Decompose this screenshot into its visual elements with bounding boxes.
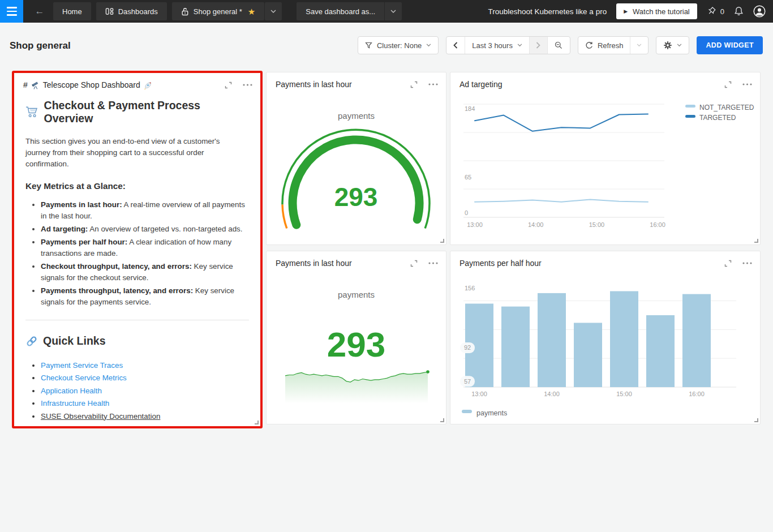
- chevron-down-icon: [426, 44, 431, 47]
- chevron-right-icon: [536, 42, 540, 49]
- refresh-button[interactable]: Refresh: [578, 37, 630, 54]
- save-dashboard-chevron[interactable]: [385, 10, 402, 14]
- divider: [25, 320, 249, 320]
- tab-shop-general[interactable]: Shop general * ★: [172, 2, 264, 20]
- filter-funnel-icon: [365, 42, 372, 49]
- payments-value: 293: [267, 325, 446, 364]
- promo-text: Troubleshoot Kubernetes like a pro: [488, 7, 607, 16]
- svg-text:16:00: 16:00: [689, 391, 705, 397]
- cluster-filter-button[interactable]: Cluster: None: [358, 36, 439, 54]
- chevron-left-icon: [453, 42, 458, 49]
- widget-ad-targeting[interactable]: Ad targeting 18465013:0014:0015:0016:00N…: [450, 72, 761, 245]
- widget-payments-per-half-hour[interactable]: Payments per half hour 156925713:0014:00…: [450, 251, 761, 424]
- link-checkout-service-metrics[interactable]: Checkout Service Metrics: [41, 374, 127, 382]
- expand-widget-icon[interactable]: [724, 260, 732, 267]
- expand-widget-icon[interactable]: [225, 81, 232, 89]
- svg-text:13:00: 13:00: [467, 221, 483, 228]
- link-application-health[interactable]: Application Health: [41, 387, 102, 395]
- tab-home[interactable]: Home: [53, 2, 91, 20]
- list-item: Ad targeting: An overview of targeted vs…: [41, 224, 249, 235]
- expand-widget-icon[interactable]: [724, 81, 732, 88]
- resize-handle[interactable]: [440, 418, 444, 422]
- svg-text:184: 184: [465, 105, 475, 112]
- link-payment-service-traces[interactable]: Payment Service Traces: [41, 361, 123, 370]
- list-item: SUSE Observability Documentation: [41, 410, 249, 423]
- widget-title: Payments in last hour: [276, 80, 352, 89]
- widget-menu-icon[interactable]: [742, 262, 752, 264]
- link-infrastructure-health[interactable]: Infrastructure Health: [41, 399, 109, 407]
- zoom-out-icon: [555, 41, 562, 49]
- overview-intro: This section gives you an end-to-end vie…: [25, 136, 244, 170]
- svg-text:15:00: 15:00: [589, 221, 605, 228]
- svg-text:156: 156: [465, 285, 475, 291]
- refresh-icon: [585, 41, 593, 49]
- svg-text:13:00: 13:00: [471, 391, 487, 397]
- menu-button[interactable]: [0, 0, 23, 23]
- telescope-icon: [31, 81, 40, 89]
- zoom-out-time-button[interactable]: [547, 37, 570, 54]
- list-item: Payment Service Traces: [41, 359, 249, 372]
- play-icon: ▶: [624, 8, 628, 14]
- time-forward-button[interactable]: [529, 37, 547, 54]
- top-navbar: ← Home Dashboards Shop general * ★ Save …: [0, 0, 773, 23]
- markdown-content: Checkout & Payment Process Overview This…: [14, 99, 260, 423]
- widget-title: Payments in last hour: [276, 259, 352, 268]
- pinned-views[interactable]: 0: [707, 7, 724, 16]
- widget-menu-icon[interactable]: [428, 83, 438, 85]
- resize-handle[interactable]: [754, 418, 758, 422]
- widget-payments-gauge[interactable]: Payments in last hour payments 293: [266, 72, 446, 245]
- navbar-right: Troubleshoot Kubernetes like a pro ▶ Wat…: [488, 3, 773, 19]
- svg-text:0: 0: [465, 209, 468, 216]
- svg-text:payments: payments: [476, 409, 507, 417]
- tab-home-label: Home: [62, 7, 82, 16]
- list-item: Payments in last hour: A real-time overv…: [41, 199, 249, 222]
- avatar[interactable]: [753, 5, 766, 18]
- save-dashboard-group: Save dashboard as...: [297, 2, 402, 20]
- chevron-down-icon: [517, 44, 522, 47]
- widget-menu-icon[interactable]: [243, 84, 252, 86]
- svg-text:NOT_TARGETED: NOT_TARGETED: [699, 104, 754, 111]
- time-range-button[interactable]: Last 3 hours: [465, 37, 529, 54]
- list-item: Infrastructure Health: [41, 397, 249, 410]
- svg-text:14:00: 14:00: [528, 221, 544, 228]
- widget-menu-icon[interactable]: [742, 83, 752, 85]
- add-widget-button[interactable]: ADD WIDGET: [697, 36, 763, 54]
- chevron-down-icon: [677, 44, 682, 47]
- tab-dashboards-label: Dashboards: [118, 7, 158, 16]
- payments-bar-chart: 156925713:0014:0015:0016:00payments: [450, 251, 761, 425]
- gear-icon: [663, 41, 672, 50]
- expand-widget-icon[interactable]: [410, 81, 418, 88]
- metric-label: payments: [267, 290, 446, 299]
- notifications-bell-icon[interactable]: [734, 6, 744, 16]
- watch-tutorial-button[interactable]: ▶ Watch the tutorial: [616, 3, 697, 19]
- pin-icon: [707, 7, 716, 16]
- widget-markdown-overview[interactable]: # Telescope Shop Dashboard: [12, 71, 263, 428]
- tab-shop-general-label: Shop general *: [194, 7, 242, 16]
- back-button[interactable]: ←: [31, 6, 48, 17]
- link-suse-observability-documentation[interactable]: SUSE Observability Documentation: [41, 412, 160, 421]
- tab-options-chevron[interactable]: [265, 2, 282, 20]
- save-dashboard-button[interactable]: Save dashboard as...: [297, 7, 384, 16]
- resize-handle[interactable]: [754, 239, 758, 243]
- favorite-star-icon[interactable]: ★: [248, 7, 255, 16]
- svg-text:TARGETED: TARGETED: [699, 114, 736, 122]
- link-icon: [25, 335, 38, 347]
- svg-text:57: 57: [464, 378, 471, 385]
- dashboard-settings-button[interactable]: [656, 36, 689, 54]
- refresh-options-chevron[interactable]: [630, 37, 648, 54]
- svg-text:14:00: 14:00: [544, 391, 560, 397]
- list-item: Application Health: [41, 385, 249, 397]
- resize-handle[interactable]: [440, 239, 444, 243]
- resize-handle[interactable]: [255, 421, 259, 424]
- list-item: Payments per half hour: A clear indicati…: [41, 237, 249, 259]
- svg-text:293: 293: [334, 182, 378, 212]
- time-back-button[interactable]: [446, 37, 465, 54]
- tab-dashboards[interactable]: Dashboards: [96, 2, 167, 20]
- refresh-control: Refresh: [578, 36, 649, 54]
- expand-widget-icon[interactable]: [410, 260, 418, 267]
- ad-targeting-chart: 18465013:0014:0015:0016:00NOT_TARGETEDTA…: [450, 72, 761, 246]
- chevron-down-icon: [390, 10, 396, 14]
- metric-label: payments: [267, 111, 446, 121]
- widget-menu-icon[interactable]: [428, 262, 438, 264]
- widget-payments-number[interactable]: Payments in last hour payments 293: [266, 251, 446, 424]
